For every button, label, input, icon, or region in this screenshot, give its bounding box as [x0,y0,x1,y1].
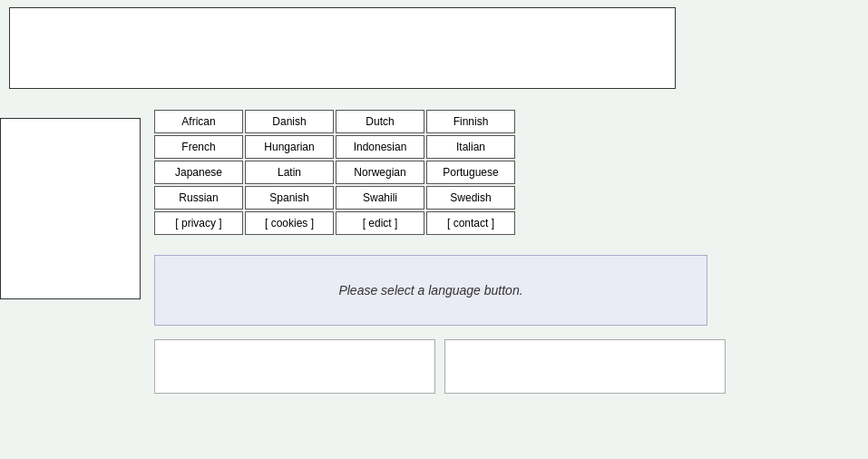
bottom-panels [154,339,868,394]
top-box [9,7,676,89]
lang-latin[interactable]: Latin [245,161,334,184]
lang-swedish[interactable]: Swedish [426,186,515,210]
lang-dutch[interactable]: Dutch [336,110,424,133]
links-row: [ privacy ] [ cookies ] [ edict ] [ cont… [154,211,517,235]
link-cookies[interactable]: [ cookies ] [245,211,334,235]
language-row-2: French Hungarian Indonesian Italian [154,135,517,159]
left-panel [0,118,141,299]
message-text: Please select a language button. [338,283,522,298]
lang-portuguese[interactable]: Portuguese [426,161,515,184]
lang-swahili[interactable]: Swahili [336,186,424,210]
link-edict[interactable]: [ edict ] [336,211,424,235]
bottom-panel-left [154,339,435,394]
lang-african[interactable]: African [154,110,243,133]
lang-danish[interactable]: Danish [245,110,334,133]
lang-japanese[interactable]: Japanese [154,161,243,184]
message-box: Please select a language button. [154,255,707,326]
lang-indonesian[interactable]: Indonesian [336,135,424,159]
lang-russian[interactable]: Russian [154,186,243,210]
link-contact[interactable]: [ contact ] [426,211,515,235]
lang-spanish[interactable]: Spanish [245,186,334,210]
link-privacy[interactable]: [ privacy ] [154,211,243,235]
lang-french[interactable]: French [154,135,243,159]
lang-hungarian[interactable]: Hungarian [245,135,334,159]
language-row-4: Russian Spanish Swahili Swedish [154,186,517,210]
language-row-3: Japanese Latin Norwegian Portuguese [154,161,517,184]
language-grid: African Danish Dutch Finnish French Hung… [154,110,517,237]
language-row-1: African Danish Dutch Finnish [154,110,517,133]
lang-italian[interactable]: Italian [426,135,515,159]
lang-norwegian[interactable]: Norwegian [336,161,424,184]
bottom-panel-right [444,339,726,394]
lang-finnish[interactable]: Finnish [426,110,515,133]
